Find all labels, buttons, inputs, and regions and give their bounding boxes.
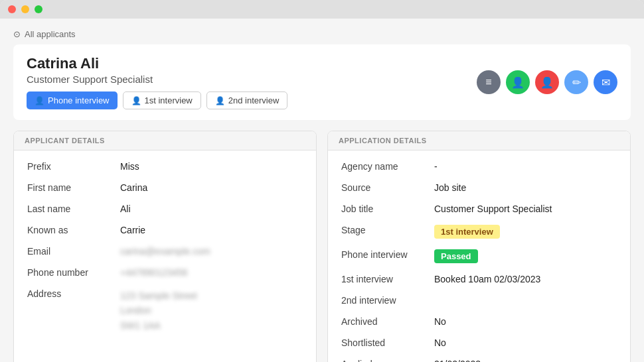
application-details-body: Agency name - Source Job site Job title … [328,151,630,362]
message-icon: ✉ [602,76,610,89]
prefix-value: Miss [120,161,139,172]
shortlisted-label: Shortlisted [341,337,434,348]
known-as-row: Known as Carrie [14,219,316,241]
first-name-row: First name Carina [14,177,316,198]
phone-interview-row-label: Phone interview [341,249,434,260]
applied-on-label: Applied on [341,359,434,362]
first-interview-button[interactable]: 👤 1st interview [123,91,201,109]
archived-label: Archived [341,316,434,327]
phone-interview-icon: 👤 [35,96,44,105]
add-user-button[interactable]: 👤 [506,70,530,94]
maximize-dot[interactable] [35,5,42,13]
phone-interview-badge: Passed [434,249,478,263]
back-link[interactable]: ⊙ All applicants [13,29,631,39]
edit-icon: ✏ [572,76,581,89]
applicant-name: Catrina Ali [27,55,287,72]
agency-name-label: Agency name [341,161,434,172]
first-interview-row-value: Booked 10am 02/03/2023 [434,274,540,284]
first-name-label: First name [27,182,120,193]
address-row: Address 123 Sample StreetLondonSW1 1AA [14,283,316,338]
applicant-info: Catrina Ali Customer Support Specialist … [27,55,287,109]
source-value: Job site [434,182,466,193]
close-dot[interactable] [8,5,16,13]
phone-value: +447890123456 [120,267,188,278]
message-button[interactable]: ✉ [594,70,617,94]
stage-label: Stage [341,225,434,235]
application-details-header: APPLICATION DETAILS [328,131,630,151]
back-label: All applicants [25,29,76,39]
list-icon-button[interactable]: ≡ [477,70,501,94]
add-user-icon: 👤 [511,76,524,89]
shortlisted-row: Shortlisted No [328,332,630,353]
prefix-label: Prefix [27,161,120,172]
stage-buttons: 👤 Phone interview 👤 1st interview 👤 2nd … [27,91,287,109]
known-as-label: Known as [27,225,120,235]
title-bar [0,0,644,19]
email-label: Email [27,246,120,257]
applicant-details-header: APPLICANT DETAILS [14,131,316,151]
email-row: Email carina@example.com [14,241,316,262]
remove-user-button[interactable]: 👤 [535,70,559,94]
first-interview-icon: 👤 [131,96,141,105]
applicant-job-title: Customer Support Specialist [27,74,287,85]
first-interview-row: 1st interview Booked 10am 02/03/2023 [328,269,630,290]
phone-interview-button[interactable]: 👤 Phone interview [27,91,118,109]
panels: APPLICANT DETAILS Prefix Miss First name… [13,131,631,362]
main-content: ⊙ All applicants Catrina Ali Customer Su… [0,19,644,362]
second-interview-row: 2nd interview [328,290,630,311]
email-value: carina@example.com [120,246,210,257]
first-interview-label: 1st interview [145,95,193,105]
applied-on-row: Applied on 21/02/2023 [328,353,630,362]
applicant-details-panel: APPLICANT DETAILS Prefix Miss First name… [13,131,317,362]
archived-value: No [434,316,446,327]
second-interview-button[interactable]: 👤 2nd interview [206,91,288,109]
window: ⊙ All applicants Catrina Ali Customer Su… [0,0,644,362]
source-row: Source Job site [328,177,630,198]
source-label: Source [341,182,434,193]
job-title-label: Job title [341,204,434,214]
address-value: 123 Sample StreetLondonSW1 1AA [120,288,197,333]
first-interview-row-label: 1st interview [341,274,434,284]
last-name-row: Last name Ali [14,198,316,219]
prefix-row: Prefix Miss [14,156,316,177]
job-title-value: Customer Support Specialist [434,204,552,214]
known-as-value: Carrie [120,225,145,235]
action-icons: ≡ 👤 👤 ✏ ✉ [477,70,617,94]
second-interview-label: 2nd interview [228,95,280,105]
minimize-dot[interactable] [21,5,29,13]
back-icon: ⊙ [13,29,21,39]
list-icon: ≡ [485,76,491,88]
job-title-row: Job title Customer Support Specialist [328,198,630,219]
last-name-label: Last name [27,204,120,214]
phone-label: Phone number [27,267,120,278]
stage-badge: 1st interview [434,225,500,239]
first-name-value: Carina [120,182,147,193]
phone-interview-label: Phone interview [48,95,110,105]
shortlisted-value: No [434,337,446,348]
address-label: Address [27,288,120,299]
second-interview-icon: 👤 [215,96,225,105]
applied-on-value: 21/02/2023 [434,359,481,362]
agency-name-value: - [434,161,438,172]
applicant-header: Catrina Ali Customer Support Specialist … [13,44,631,120]
phone-row: Phone number +447890123456 [14,262,316,283]
applicant-details-body: Prefix Miss First name Carina Last name … [14,151,316,343]
application-details-panel: APPLICATION DETAILS Agency name - Source… [327,131,631,362]
second-interview-row-label: 2nd interview [341,295,434,306]
archived-row: Archived No [328,311,630,332]
phone-interview-row: Phone interview Passed [328,244,630,269]
remove-user-icon: 👤 [540,76,554,89]
stage-row: Stage 1st interview [328,219,630,244]
last-name-value: Ali [120,204,131,214]
edit-button[interactable]: ✏ [564,70,588,94]
agency-name-row: Agency name - [328,156,630,177]
